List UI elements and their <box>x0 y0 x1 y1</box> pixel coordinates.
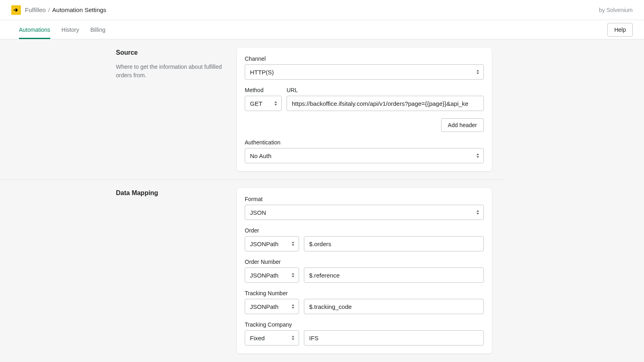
format-select[interactable]: JSON <box>245 205 484 220</box>
app-logo <box>11 5 21 15</box>
breadcrumb-separator: / <box>48 6 50 13</box>
source-desc: Where to get the information about fulfi… <box>116 63 229 80</box>
tab-history[interactable]: History <box>62 20 79 39</box>
help-button[interactable]: Help <box>607 23 633 37</box>
mapping-card: Format JSON Order JSONPath <box>237 188 492 354</box>
order-number-value-input[interactable] <box>304 267 484 283</box>
format-label: Format <box>245 196 484 202</box>
tab-automations[interactable]: Automations <box>19 20 50 39</box>
tracking-number-type-select[interactable]: JSONPath <box>245 299 299 314</box>
tracking-number-value-input[interactable] <box>304 299 484 314</box>
tab-billing[interactable]: Billing <box>90 20 105 39</box>
page-title: Automation Settings <box>52 6 106 13</box>
source-card: Channel HTTP(S) Method GET <box>237 47 492 171</box>
auth-select[interactable]: No Auth <box>245 148 484 163</box>
tabs-row: Automations History Billing Help <box>0 20 644 39</box>
byline: by Solvenium <box>599 7 633 13</box>
order-number-type-select[interactable]: JSONPath <box>245 267 299 283</box>
tracking-number-label: Tracking Number <box>245 290 484 296</box>
auth-label: Authentication <box>245 139 484 146</box>
section-source: Source Where to get the information abou… <box>0 39 503 179</box>
add-header-button[interactable]: Add header <box>441 118 484 132</box>
channel-select[interactable]: HTTP(S) <box>245 64 484 80</box>
breadcrumb: Fulfilleo / Automation Settings <box>25 6 106 13</box>
order-number-label: Order Number <box>245 259 484 265</box>
order-label: Order <box>245 227 484 234</box>
method-select[interactable]: GET <box>245 96 282 111</box>
tracking-company-label: Tracking Company <box>245 321 484 328</box>
url-input[interactable] <box>287 96 484 111</box>
tracking-company-type-select[interactable]: Fixed <box>245 330 299 346</box>
channel-label: Channel <box>245 56 484 62</box>
section-data-mapping: Data Mapping Format JSON Order JSONPath <box>0 179 503 362</box>
tracking-company-value-input[interactable] <box>304 330 484 346</box>
order-value-input[interactable] <box>304 236 484 251</box>
url-label: URL <box>287 87 484 93</box>
app-name[interactable]: Fulfilleo <box>25 6 46 13</box>
mapping-title: Data Mapping <box>116 189 229 197</box>
order-type-select[interactable]: JSONPath <box>245 236 299 251</box>
method-label: Method <box>245 87 282 93</box>
source-title: Source <box>116 49 229 56</box>
top-bar: Fulfilleo / Automation Settings by Solve… <box>0 0 644 20</box>
